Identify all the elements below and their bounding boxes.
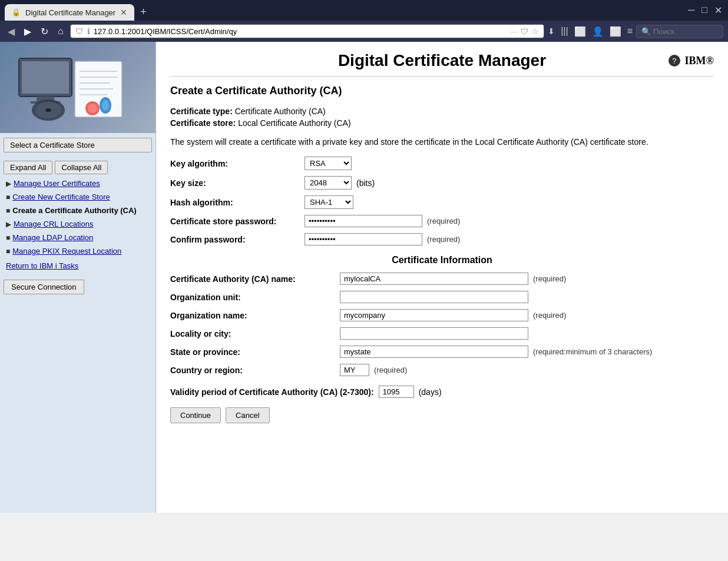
bookmark-shield-icon[interactable]: 🛡 xyxy=(521,27,528,36)
validity-row: Validity period of Certificate Authority… xyxy=(170,386,714,398)
sidebar-toggle-icon[interactable]: ⬜ xyxy=(574,26,586,37)
maximize-button[interactable]: □ xyxy=(701,5,707,16)
state-required: (required:minimum of 3 characters) xyxy=(533,347,652,356)
description-text: The system will create a certificate wit… xyxy=(170,136,714,148)
reload-button[interactable]: ↻ xyxy=(38,25,51,38)
tab-favicon: 🔒 xyxy=(12,8,21,16)
info-icon: ℹ xyxy=(87,27,90,36)
cert-type-row: Certificate type: Certificate Authority … xyxy=(170,107,714,116)
bullet-icon-create-store: ■ xyxy=(6,193,10,201)
collapse-all-button[interactable]: Collapse All xyxy=(55,161,108,174)
manage-pkix-link[interactable]: Manage PKIX Request Location xyxy=(12,247,121,255)
svg-point-13 xyxy=(102,100,109,111)
cert-store-value: Local Certificate Authority (CA) xyxy=(238,118,350,128)
cert-store-password-label: Certificate store password: xyxy=(170,217,300,226)
security-shield-icon: 🛡 xyxy=(75,26,84,36)
ca-name-input[interactable] xyxy=(340,273,528,285)
key-algorithm-select[interactable]: RSA ECDSA xyxy=(305,157,352,170)
nav-item-manage-pkix[interactable]: ■ Manage PKIX Request Location xyxy=(2,244,153,258)
cert-store-row: Certificate store: Local Certificate Aut… xyxy=(170,118,714,128)
confirm-password-required: (required) xyxy=(427,235,460,244)
browser-toolbar: ◀ ▶ ↻ ⌂ 🛡 ℹ ··· 🛡 ☆ ⬇ ||| ⬜ 👤 ⬜ ≡ 🔍 xyxy=(0,21,728,42)
key-size-unit: (bits) xyxy=(356,178,375,188)
cert-type-label: Certificate type: xyxy=(170,107,233,116)
cert-info-heading: Certificate Information xyxy=(170,255,714,265)
bullet-icon-ldap: ■ xyxy=(6,234,10,242)
hash-algorithm-select[interactable]: SHA-1 SHA-256 SHA-384 SHA-512 xyxy=(305,195,353,209)
country-row: Country or region: (required) xyxy=(170,364,714,376)
forward-button[interactable]: ▶ xyxy=(21,25,34,38)
state-input[interactable] xyxy=(340,346,528,358)
close-button[interactable]: ✕ xyxy=(714,5,722,16)
nav-item-create-ca[interactable]: ■ Create a Certificate Authority (CA) xyxy=(2,204,153,217)
secure-connection-area: Secure Connection xyxy=(4,280,152,294)
return-to-ibm-tasks-link[interactable]: Return to IBM i Tasks xyxy=(6,261,78,270)
more-options-icon[interactable]: ··· xyxy=(511,27,517,36)
select-store-area: Select a Certificate Store xyxy=(0,133,155,157)
svg-rect-1 xyxy=(22,61,69,94)
create-ca-label: Create a Certificate Authority (CA) xyxy=(12,206,136,215)
continue-button[interactable]: Continue xyxy=(170,407,221,423)
page-wrapper: Select a Certificate Store Expand All Co… xyxy=(0,42,728,513)
create-new-cert-store-link[interactable]: Create New Certificate Store xyxy=(12,192,110,201)
validity-unit: (days) xyxy=(419,387,442,397)
search-input[interactable] xyxy=(653,27,718,36)
url-input[interactable] xyxy=(94,27,508,36)
select-certificate-store-button[interactable]: Select a Certificate Store xyxy=(4,138,152,152)
search-bar[interactable]: 🔍 xyxy=(636,25,723,38)
expand-all-button[interactable]: Expand All xyxy=(4,161,52,174)
hash-algorithm-row: Hash algorithm: SHA-1 SHA-256 SHA-384 SH… xyxy=(170,195,714,209)
help-icon[interactable]: ? xyxy=(669,55,680,67)
svg-point-16 xyxy=(45,108,51,112)
confirm-password-label: Confirm password: xyxy=(170,235,300,244)
expand-arrow-icon: ▶ xyxy=(6,180,11,188)
confirm-password-input[interactable] xyxy=(305,233,422,245)
org-unit-label: Organization unit: xyxy=(170,293,335,302)
ca-name-row: Certificate Authority (CA) name: (requir… xyxy=(170,273,714,285)
manage-ldap-link[interactable]: Manage LDAP Location xyxy=(12,233,93,242)
org-name-input[interactable] xyxy=(340,309,528,321)
home-button[interactable]: ⌂ xyxy=(55,25,67,38)
nav-item-create-new-cert-store[interactable]: ■ Create New Certificate Store xyxy=(2,190,153,204)
cancel-button[interactable]: Cancel xyxy=(226,407,269,423)
locality-label: Locality or city: xyxy=(170,329,335,338)
nav-item-manage-ldap[interactable]: ■ Manage LDAP Location xyxy=(2,231,153,244)
org-name-label: Organization name: xyxy=(170,311,335,320)
action-buttons: Continue Cancel xyxy=(170,407,714,423)
org-unit-input[interactable] xyxy=(340,291,528,303)
minimize-button[interactable]: ─ xyxy=(688,5,694,16)
org-name-required: (required) xyxy=(533,311,566,320)
page-title: Create a Certificate Authority (CA) xyxy=(170,85,714,97)
tab-close-button[interactable]: ✕ xyxy=(120,8,127,17)
nav-item-manage-user-certs[interactable]: ▶ Manage User Certificates xyxy=(2,177,153,190)
cert-type-value: Certificate Authority (CA) xyxy=(235,107,326,116)
star-icon[interactable]: ☆ xyxy=(532,27,539,36)
new-tab-button[interactable]: + xyxy=(135,4,151,21)
browser-tab[interactable]: 🔒 Digital Certificate Manager ✕ xyxy=(5,4,134,21)
bullet-icon-create-ca: ■ xyxy=(6,207,10,215)
expand-collapse-row: Expand All Collapse All xyxy=(0,157,155,177)
toolbar-icons: ⬇ ||| ⬜ 👤 ⬜ ≡ xyxy=(548,26,633,37)
bullet-icon-pkix: ■ xyxy=(6,247,10,255)
manage-crl-link[interactable]: Manage CRL Locations xyxy=(14,220,93,228)
profile-icon[interactable]: 👤 xyxy=(592,26,604,37)
back-button[interactable]: ◀ xyxy=(5,25,18,38)
country-input[interactable] xyxy=(340,364,369,376)
key-size-select[interactable]: 512 1024 2048 4096 xyxy=(305,176,352,190)
manage-user-certs-link[interactable]: Manage User Certificates xyxy=(14,179,100,188)
state-row: State or province: (required:minimum of … xyxy=(170,346,714,358)
cert-store-password-input[interactable] xyxy=(305,215,422,227)
cert-store-password-row: Certificate store password: (required) xyxy=(170,215,714,227)
validity-label: Validity period of Certificate Authority… xyxy=(170,387,374,397)
validity-input[interactable] xyxy=(379,386,414,398)
country-required: (required) xyxy=(374,366,407,374)
screenshot-icon[interactable]: ⬜ xyxy=(610,26,621,37)
address-bar[interactable]: 🛡 ℹ ··· 🛡 ☆ xyxy=(70,24,545,38)
nav-item-manage-crl[interactable]: ▶ Manage CRL Locations xyxy=(2,217,153,231)
library-icon[interactable]: ||| xyxy=(561,26,568,36)
secure-connection-button[interactable]: Secure Connection xyxy=(4,280,84,294)
menu-icon[interactable]: ≡ xyxy=(627,26,633,36)
download-icon[interactable]: ⬇ xyxy=(548,26,555,36)
locality-input[interactable] xyxy=(340,327,528,340)
state-label: State or province: xyxy=(170,347,335,357)
